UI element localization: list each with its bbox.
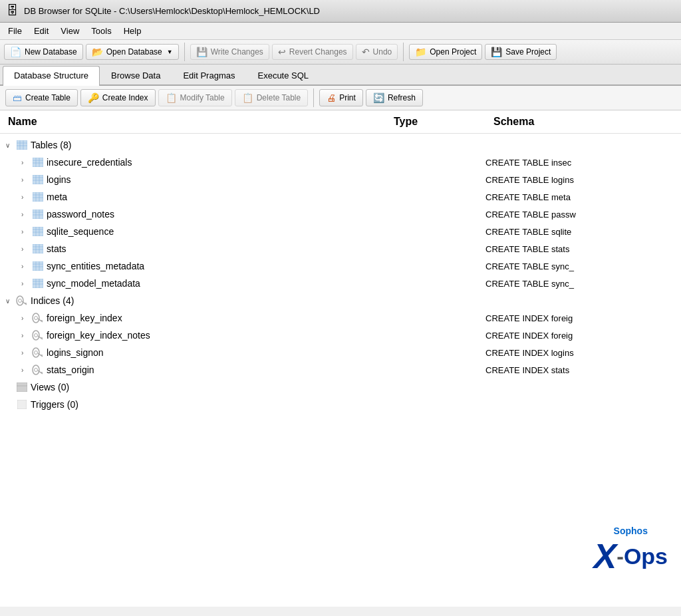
index-row[interactable]: › logins_signon CREATE INDEX logins	[0, 344, 681, 361]
open-project-label: Open Project	[430, 47, 476, 57]
save-project-button[interactable]: 💾 Save Project	[485, 44, 557, 60]
table-row[interactable]: › meta CREATE TABLE meta	[0, 188, 681, 206]
open-database-dropdown-icon[interactable]: ▼	[167, 49, 173, 55]
print-icon: 🖨	[327, 92, 336, 103]
table-name-meta: meta	[47, 192, 67, 202]
modify-table-icon: 📋	[166, 92, 177, 103]
svg-rect-15	[33, 192, 43, 202]
menu-view[interactable]: View	[55, 24, 84, 38]
open-database-label: Open Database	[106, 47, 162, 57]
write-changes-button[interactable]: 💾 Write Changes	[190, 44, 269, 60]
write-changes-icon: 💾	[196, 47, 207, 57]
fk-index-notes-expand-arrow[interactable]: ›	[21, 332, 32, 339]
index-name-fk: foreign_key_index	[47, 313, 122, 323]
menu-tools[interactable]: Tools	[86, 24, 116, 38]
index-name-logins-signon: logins_signon	[47, 347, 104, 358]
views-group-icon	[16, 382, 28, 392]
stats-expand-arrow[interactable]: ›	[21, 245, 32, 253]
svg-point-58	[35, 351, 38, 355]
stats-origin-expand-arrow[interactable]: ›	[21, 367, 32, 374]
sqlite-expand-arrow[interactable]: ›	[21, 228, 32, 235]
svg-rect-0	[17, 140, 27, 150]
table-icon	[32, 192, 44, 202]
table-name-sqlite: sqlite_sequence	[47, 226, 114, 237]
table-row[interactable]: › stats CREATE TABLE stats	[0, 240, 681, 257]
title-bar: 🗄 DB Browser for SQLite - C:\Users\Hemlo…	[0, 0, 681, 23]
table-row[interactable]: › sqlite_sequence CREATE TABLE sqlite	[0, 223, 681, 240]
fk-index-expand-arrow[interactable]: ›	[21, 315, 32, 322]
sophos-product: X - Ops	[594, 536, 668, 576]
table-row[interactable]: › sync_model_metadata CREATE TABLE sync_	[0, 275, 681, 292]
undo-button[interactable]: ↶ Undo	[356, 44, 398, 60]
menu-help[interactable]: Help	[118, 24, 147, 38]
svg-rect-40	[33, 279, 43, 288]
tables-group-label: Tables (8)	[31, 140, 71, 150]
table-icon	[32, 261, 44, 271]
revert-changes-button[interactable]: ↩ Revert Changes	[272, 44, 353, 60]
tab-browse-data[interactable]: Browse Data	[100, 66, 172, 84]
print-button[interactable]: 🖨 Print	[319, 89, 363, 106]
create-index-button[interactable]: 🔑 Create Index	[80, 89, 156, 106]
table-row[interactable]: › password_notes CREATE TABLE passw	[0, 206, 681, 223]
open-project-button[interactable]: 📁 Open Project	[409, 44, 482, 60]
views-group-label: Views (0)	[31, 382, 69, 392]
create-table-label: Create Table	[25, 93, 70, 102]
table-name-stats: stats	[47, 243, 67, 254]
index-name-stats-origin: stats_origin	[47, 365, 94, 375]
table-name-insecure: insecure_credentials	[47, 157, 132, 168]
new-database-button[interactable]: 📄 New Database	[4, 44, 83, 60]
table-row[interactable]: › sync_entities_metadata CREATE TABLE sy…	[0, 257, 681, 275]
col-type-header: Type	[394, 116, 493, 128]
tab-bar: Database Structure Browse Data Edit Prag…	[0, 65, 681, 86]
svg-point-45	[17, 296, 23, 305]
delete-table-label: Delete Table	[257, 93, 301, 102]
tab-edit-pragmas[interactable]: Edit Pragmas	[172, 66, 246, 84]
tables-group[interactable]: ∨ Tables (8)	[0, 136, 681, 154]
index-icon	[32, 313, 44, 323]
triggers-group-icon	[16, 399, 28, 410]
svg-point-50	[35, 317, 38, 320]
tab-database-structure[interactable]: Database Structure	[3, 66, 100, 86]
logins-signon-expand-arrow[interactable]: ›	[21, 349, 32, 357]
index-row[interactable]: › foreign_key_index_notes CREATE INDEX f…	[0, 327, 681, 344]
password-expand-arrow[interactable]: ›	[21, 211, 32, 218]
index-icon	[32, 330, 44, 341]
refresh-button[interactable]: 🔄 Refresh	[366, 89, 423, 106]
index-icon	[32, 365, 44, 375]
tab-execute-sql[interactable]: Execute SQL	[246, 66, 320, 84]
insecure-expand-arrow[interactable]: ›	[21, 159, 32, 166]
open-database-button[interactable]: 📂 Open Database ▼	[86, 44, 179, 60]
create-table-button[interactable]: 🗃 Create Table	[5, 89, 78, 106]
delete-table-button[interactable]: 📋 Delete Table	[235, 89, 309, 106]
table-icon	[32, 174, 44, 185]
sync-entities-expand-arrow[interactable]: ›	[21, 263, 32, 270]
save-project-icon: 💾	[491, 47, 502, 57]
indices-group[interactable]: ∨ Indices (4)	[0, 292, 681, 309]
table-name-password: password_notes	[47, 209, 114, 220]
menu-file[interactable]: File	[3, 24, 27, 38]
triggers-group[interactable]: › Triggers (0)	[0, 396, 681, 413]
column-headers: Name Type Schema	[0, 110, 681, 134]
index-row[interactable]: › stats_origin CREATE INDEX stats	[0, 361, 681, 379]
svg-rect-20	[33, 210, 43, 219]
svg-rect-5	[33, 158, 43, 167]
logins-expand-arrow[interactable]: ›	[21, 176, 32, 184]
views-group[interactable]: › Views (0)	[0, 379, 681, 396]
tables-expand-arrow[interactable]: ∨	[5, 142, 16, 149]
open-database-icon: 📂	[92, 47, 103, 57]
index-row[interactable]: › foreign_key_index CREATE INDEX foreig	[0, 309, 681, 327]
modify-table-label: Modify Table	[180, 93, 225, 102]
col-name-header: Name	[8, 116, 394, 128]
sync-model-expand-arrow[interactable]: ›	[21, 280, 32, 287]
sophos-logo: Sophos X - Ops	[594, 526, 668, 576]
modify-table-button[interactable]: 📋 Modify Table	[158, 89, 232, 106]
tree-container: ∨ Tables (8) ›	[0, 134, 681, 416]
undo-icon: ↶	[362, 47, 370, 57]
table-row[interactable]: › insecure_credentials CREATE TABLE inse…	[0, 154, 681, 171]
svg-point-53	[33, 331, 39, 340]
svg-point-46	[19, 299, 22, 303]
menu-edit[interactable]: Edit	[29, 24, 54, 38]
table-row[interactable]: › logins CREATE TABLE logins	[0, 171, 681, 188]
meta-expand-arrow[interactable]: ›	[21, 194, 32, 201]
indices-expand-arrow[interactable]: ∨	[5, 297, 16, 305]
